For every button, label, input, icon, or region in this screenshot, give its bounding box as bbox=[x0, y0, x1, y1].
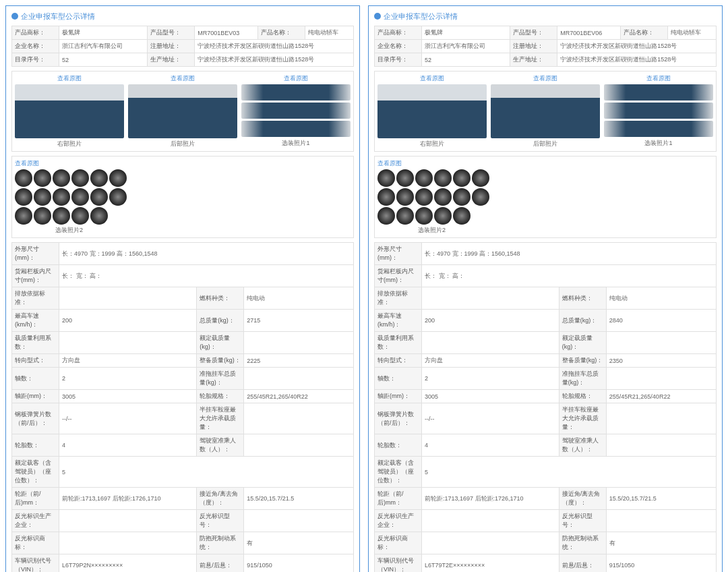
label-overhang: 前悬/后悬： bbox=[559, 554, 606, 573]
view-original-link[interactable]: 查看原图 bbox=[241, 74, 351, 83]
label-prodaddr: 生产地址： bbox=[148, 53, 195, 67]
value-cargo: 长： 宽： 高： bbox=[59, 265, 354, 287]
label-brand: 产品商标： bbox=[375, 26, 422, 40]
value-dims: 长：4970 宽：1999 高：1560,1548 bbox=[422, 243, 717, 265]
label-catalog: 目录序号： bbox=[12, 53, 59, 67]
label-angles: 接近角/离去角（度）： bbox=[559, 488, 606, 510]
wheel-option-icon bbox=[472, 169, 489, 187]
car-strip-photo bbox=[241, 84, 351, 101]
wheel-option-icon bbox=[34, 188, 51, 206]
value-emission bbox=[422, 287, 559, 310]
label-company: 企业名称： bbox=[375, 40, 422, 53]
value-saddle bbox=[244, 403, 354, 434]
label-company: 企业名称： bbox=[12, 40, 59, 53]
photo-section-1: 查看原图 右部照片 查看原图 后部照片 查看原图 选装照片1 bbox=[374, 71, 717, 152]
label-curbmass: 整备质量(kg)： bbox=[559, 354, 606, 368]
value-abs: 有 bbox=[606, 532, 716, 554]
value-vin: L6T79P2N××××××××× bbox=[59, 554, 197, 573]
caption-opt1: 选装照片1 bbox=[604, 139, 713, 148]
value-tirecount: 4 bbox=[422, 434, 559, 457]
car-strip-photo bbox=[604, 121, 713, 137]
label-loadcoef: 载质量利用系数： bbox=[12, 332, 59, 354]
value-track: 前轮距:1713,1697 后轮距:1726,1710 bbox=[59, 488, 197, 510]
car-strip-photo bbox=[604, 84, 713, 101]
wheel-option-icon bbox=[396, 169, 414, 187]
label-reflmodel: 反光标识型号： bbox=[559, 510, 606, 532]
panel-title: 企业申报车型公示详情 bbox=[374, 11, 717, 22]
value-curbmass: 2350 bbox=[606, 354, 716, 368]
view-original-link[interactable]: 查看原图 bbox=[604, 74, 713, 83]
view-original-link[interactable]: 查看原图 bbox=[15, 74, 124, 83]
value-loadcoef bbox=[422, 332, 559, 354]
label-totalmass: 总质量(kg)： bbox=[559, 310, 606, 332]
view-original-link[interactable]: 查看原图 bbox=[377, 74, 487, 83]
wheel-option-icon bbox=[90, 207, 108, 225]
label-model: 产品型号： bbox=[510, 26, 557, 40]
label-abs: 防抱死制动系统： bbox=[197, 532, 244, 554]
wheel-option-icon bbox=[453, 188, 471, 206]
label-dims: 外形尺寸(mm)： bbox=[375, 243, 422, 265]
value-ratedload bbox=[606, 332, 716, 354]
value-company: 浙江吉利汽车有限公司 bbox=[59, 40, 148, 53]
wheel-option-icon bbox=[377, 207, 395, 225]
caption-rear: 后部照片 bbox=[128, 140, 237, 148]
wheel-option-icon bbox=[472, 188, 489, 206]
value-brand: 极氪牌 bbox=[59, 26, 148, 40]
label-steering: 转向型式： bbox=[12, 354, 59, 368]
value-steering: 方向盘 bbox=[59, 354, 197, 368]
wheel-option-icon bbox=[15, 169, 32, 187]
value-tirecount: 4 bbox=[59, 434, 197, 457]
value-dims: 长：4970 宽：1999 高：1560,1548 bbox=[59, 243, 354, 265]
label-ratedload: 额定载质量(kg)： bbox=[559, 332, 606, 354]
value-catalog: 52 bbox=[422, 53, 510, 67]
label-refltm: 反光标识商标： bbox=[12, 532, 59, 554]
value-tirespec: 255/45R21,265/40R22 bbox=[606, 390, 716, 403]
photo-section-2: 查看原图 选装照片2 bbox=[11, 156, 354, 238]
value-cabseats bbox=[606, 434, 716, 457]
label-reflmfr: 反光标识生产企业： bbox=[375, 510, 422, 532]
wheel-option-icon bbox=[434, 207, 452, 225]
wheel-option-icon bbox=[15, 188, 32, 206]
value-model: MR7001BEV03 bbox=[195, 26, 258, 40]
wheel-option-icon bbox=[15, 207, 32, 225]
wheel-option-icon bbox=[71, 188, 89, 206]
value-vin: L6T79T2E××××××××× bbox=[422, 554, 559, 573]
value-prodaddr: 宁波经济技术开发区新碶街道恒山路1528号 bbox=[195, 53, 354, 67]
label-regaddr: 注册地址： bbox=[510, 40, 557, 53]
caption-side: 右部照片 bbox=[377, 140, 487, 148]
label-trailer: 准拖挂车总质量(kg)： bbox=[197, 368, 244, 390]
value-curbmass: 2225 bbox=[244, 354, 354, 368]
wheel-option-icon bbox=[377, 169, 395, 187]
wheel-option-icon bbox=[415, 169, 433, 187]
label-axles: 轴数： bbox=[375, 368, 422, 390]
view-original-link[interactable]: 查看原图 bbox=[15, 159, 351, 168]
view-original-link[interactable]: 查看原图 bbox=[377, 159, 713, 168]
car-side-photo bbox=[15, 84, 124, 138]
label-totalmass: 总质量(kg)： bbox=[197, 310, 244, 332]
value-cargo: 长： 宽： 高： bbox=[422, 265, 717, 287]
label-refltm: 反光标识商标： bbox=[375, 532, 422, 554]
value-springs: --/-- bbox=[422, 403, 559, 434]
wheel-options-grid bbox=[377, 169, 499, 225]
view-original-link[interactable]: 查看原图 bbox=[491, 74, 600, 83]
wheel-option-icon bbox=[415, 207, 433, 225]
value-loadcoef bbox=[59, 332, 197, 354]
caption-opt2: 选装照片2 bbox=[418, 226, 713, 235]
label-dims: 外形尺寸(mm)： bbox=[12, 243, 59, 265]
value-reflmfr bbox=[59, 510, 197, 532]
wheel-option-icon bbox=[453, 207, 471, 225]
wheel-option-icon bbox=[53, 169, 70, 187]
label-cargo: 货厢栏板内尺寸(mm)： bbox=[375, 265, 422, 287]
wheel-option-icon bbox=[377, 188, 395, 206]
value-overhang: 915/1050 bbox=[244, 554, 354, 573]
value-springs: --/-- bbox=[59, 403, 197, 434]
view-original-link[interactable]: 查看原图 bbox=[128, 74, 237, 83]
wheel-options-grid bbox=[15, 169, 136, 225]
wheel-option-icon bbox=[34, 207, 51, 225]
label-emission: 排放依据标准： bbox=[12, 287, 59, 310]
label-cabseats: 驾驶室准乘人数（人）： bbox=[559, 434, 606, 457]
label-cabseats: 驾驶室准乘人数（人）： bbox=[197, 434, 244, 457]
label-emission: 排放依据标准： bbox=[375, 287, 422, 310]
header-spec-table: 产品商标： 极氪牌 产品型号： MR7001BEV06 产品名称： 纯电动轿车 … bbox=[374, 26, 717, 67]
label-topspeed: 最高车速(km/h)： bbox=[375, 310, 422, 332]
